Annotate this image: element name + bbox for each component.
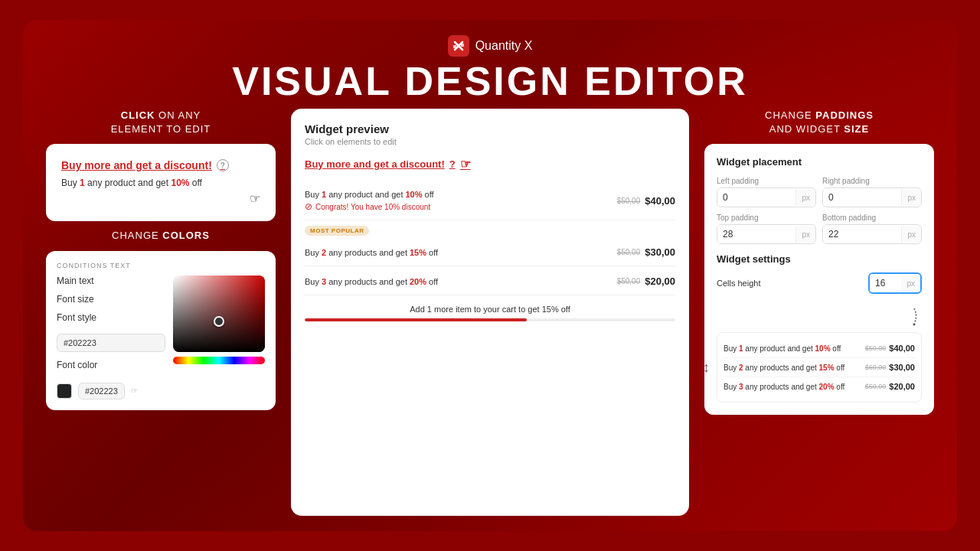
font-color-row: Font color: [57, 360, 165, 370]
font-color-swatch-row: #202223 ☞: [57, 383, 165, 399]
click-panel: Buy more and get a discount! ? Buy 1 any…: [46, 144, 276, 221]
hex-input-row: #202223: [57, 334, 165, 352]
mini-row-text-3: Buy 3 any products and get 20% off: [724, 383, 844, 391]
font-size-row: Font size: [57, 294, 165, 305]
bottom-padding-px: px: [901, 227, 921, 243]
mini-new-3: $20,00: [889, 382, 915, 391]
widget-rows: Buy 1 any product and get 10% off ⊘ Cong…: [305, 182, 675, 295]
mini-old-3: $50,00: [865, 383, 887, 390]
settings-panel: Widget placement Left padding px Right p…: [704, 144, 934, 415]
font-color-swatch[interactable]: [57, 383, 72, 399]
right-col-label: CHANGE PADDINGS AND WIDGET SIZE: [765, 109, 874, 136]
left-column: CLICK ON ANYELEMENT TO EDIT Buy more and…: [46, 109, 276, 516]
font-color-hex[interactable]: #202223: [78, 383, 125, 399]
mini-preview: Buy 1 any product and get 10% off $50,00…: [717, 332, 922, 403]
color-panel: CONDITIONS TEXT Main text Font size Font…: [46, 251, 276, 410]
right-padding-item: Right padding px: [822, 177, 922, 207]
color-gradient[interactable]: [173, 276, 265, 352]
mini-new-2: $30,00: [889, 363, 915, 372]
add-progress: Add 1 more item to your cart to get 15% …: [305, 305, 675, 321]
new-price-1: $40,00: [645, 195, 675, 207]
font-style-label: Font style: [57, 312, 165, 323]
widget-discount-title-text: Buy more and get a discount!: [305, 158, 445, 170]
left-padding-input-row: px: [717, 187, 816, 207]
old-price-2: $50,00: [617, 248, 641, 256]
main-text-label: Main text: [57, 276, 165, 286]
mid-column: Widget preview Click on elements to edit…: [291, 109, 689, 516]
discount-title-text: Buy more and get a discount!: [61, 159, 212, 171]
row2-wrapper: MOST POPULAR Buy 2 any products and get …: [305, 222, 675, 266]
left-padding-input[interactable]: [717, 188, 795, 207]
widget-settings-title: Widget settings: [717, 253, 922, 265]
left-padding-label: Left padding: [717, 177, 816, 185]
widget-cursor-icon: ☞: [460, 157, 471, 171]
padding-grid: Left padding px Right padding px: [717, 177, 922, 244]
font-size-label: Font size: [57, 294, 165, 305]
left-col-label: CLICK ON ANYELEMENT TO EDIT: [111, 109, 211, 136]
mini-prices-2: $60,00 $30,00: [865, 363, 915, 372]
buy-text-click: Buy 1 any product and get 10% off: [61, 178, 202, 188]
top-padding-px: px: [795, 227, 815, 243]
logo-row: Quantity X: [448, 35, 533, 57]
widget-row-2[interactable]: Buy 2 any products and get 15% off $50,0…: [305, 239, 675, 266]
left-padding-item: Left padding px: [717, 177, 816, 207]
congrats-icon: ⊘: [305, 201, 312, 212]
right-column: CHANGE PADDINGS AND WIDGET SIZE Widget p…: [704, 109, 934, 516]
bottom-padding-label: Bottom padding: [822, 214, 922, 222]
svg-marker-4: [913, 324, 916, 326]
cursor-color-icon: ☞: [131, 386, 138, 395]
paddings-bold: PADDINGS: [815, 109, 874, 121]
widget-row-3[interactable]: Buy 3 any products and get 20% off $50,0…: [305, 268, 675, 295]
widget-discount-title[interactable]: Buy more and get a discount! ? ☞: [305, 157, 675, 171]
hex-box[interactable]: #202223: [57, 334, 165, 352]
top-padding-input[interactable]: [717, 225, 795, 243]
congrats-row: ⊘ Congrats! You have 10% discount: [305, 201, 434, 212]
gradient-wrapper: [173, 276, 265, 364]
widget-row-content: Buy 1 any product and get 10% off ⊘ Cong…: [305, 190, 434, 212]
right-padding-input-row: px: [822, 187, 922, 207]
widget-prices-2: $50,00 $30,00: [617, 246, 675, 258]
font-style-row: Font style: [57, 312, 165, 323]
widget-row-text-1: Buy 1 any product and get 10% off: [305, 190, 434, 199]
mini-row-2: Buy 2 any products and get 15% off $60,0…: [724, 358, 915, 377]
header: Quantity X VISUAL DESIGN EDITOR: [46, 35, 934, 101]
help-icon[interactable]: ?: [217, 159, 229, 171]
resize-arrow-svg: [891, 305, 922, 328]
most-popular-badge: MOST POPULAR: [305, 226, 369, 236]
bottom-padding-input[interactable]: [823, 225, 901, 243]
top-padding-label: Top padding: [717, 214, 816, 222]
logo-icon: [448, 35, 469, 57]
color-picker-area: Main text Font size Font style #202223 F: [57, 276, 265, 399]
discount-title-click: Buy more and get a discount! ?: [61, 159, 260, 171]
mini-old-1: $50,00: [865, 344, 887, 352]
hue-bar[interactable]: [173, 357, 265, 364]
progress-text: Add 1 more item to your cart to get 15% …: [305, 305, 675, 314]
widget-prices-3: $50,00 $20,00: [617, 276, 675, 287]
mini-row-text-2: Buy 2 any products and get 15% off: [724, 364, 844, 372]
right-padding-label: Right padding: [822, 177, 922, 185]
mini-row-text-1: Buy 1 any product and get 10% off: [724, 344, 841, 353]
right-padding-input[interactable]: [823, 188, 901, 207]
mini-prices-1: $50,00 $40,00: [865, 344, 915, 353]
logo-text: Quantity X: [475, 39, 533, 53]
mini-old-2: $60,00: [865, 364, 887, 371]
background-container: Quantity X VISUAL DESIGN EDITOR CLICK ON…: [23, 20, 957, 531]
cursor-icon: ☞: [250, 191, 260, 206]
old-price-1: $50,00: [617, 197, 641, 205]
bottom-padding-item: Bottom padding px: [822, 214, 922, 244]
size-bold: SIZE: [844, 123, 869, 135]
main-text-row: Main text: [57, 276, 165, 286]
mini-prices-3: $50,00 $20,00: [865, 382, 915, 391]
top-padding-item: Top padding px: [717, 214, 816, 244]
progress-bar-fill: [305, 318, 527, 321]
widget-help-icon[interactable]: ?: [449, 158, 456, 170]
font-color-label: Font color: [57, 360, 165, 370]
mini-row-1: Buy 1 any product and get 10% off $50,00…: [724, 339, 915, 358]
old-price-3: $50,00: [617, 277, 641, 285]
widget-row[interactable]: Buy 1 any product and get 10% off ⊘ Cong…: [305, 182, 675, 220]
new-price-3: $20,00: [645, 276, 675, 287]
cells-height-input[interactable]: [870, 274, 901, 292]
widget-panel: Widget preview Click on elements to edit…: [291, 109, 689, 516]
cells-input-row: px: [868, 272, 922, 294]
arrow-indicator: [717, 305, 922, 328]
